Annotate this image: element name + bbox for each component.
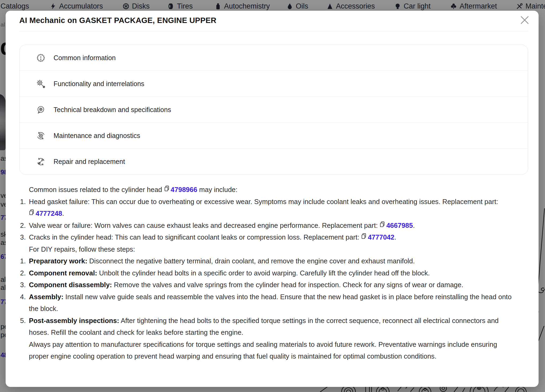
part-reference: 4798966 <box>164 186 197 193</box>
item-number: 3. <box>20 231 29 243</box>
item-number <box>20 184 29 196</box>
topic-label: Technical breakdown and specifications <box>54 106 171 114</box>
copy-icon <box>29 210 36 217</box>
gear-wrench-icon <box>36 79 45 88</box>
item-number: 2. <box>20 267 29 279</box>
paragraph: Always pay attention to manufacturer spe… <box>20 339 518 362</box>
numbered-item: 1.Preparatory work: Disconnect the negat… <box>20 255 518 267</box>
topic-label: Maintenance and diagnostics <box>54 132 140 140</box>
wrench-refresh-icon <box>36 157 45 166</box>
topic-label: Repair and replacement <box>54 158 125 166</box>
numbered-item: 5.Post-assembly inspections: After tight… <box>20 315 518 339</box>
paragraph: For DIY repairs, follow these steps: <box>20 243 518 255</box>
numbered-item: 1.Head gasket failure: This can occur du… <box>20 196 518 220</box>
ai-mechanic-modal: AI Mechanic on GASKET PACKAGE, ENGINE UP… <box>6 11 539 387</box>
item-number <box>20 339 29 362</box>
item-text: Valve wear or failure: Worn valves can c… <box>29 220 518 232</box>
answer-text: Common issues related to the cylinder he… <box>20 184 518 362</box>
copy-icon <box>380 222 386 229</box>
item-number: 3. <box>20 279 29 291</box>
item-number: 5. <box>20 315 29 339</box>
item-text: Cracks in the cylinder head: This can le… <box>29 231 518 243</box>
copy-icon <box>164 186 171 193</box>
numbered-item: 2.Component removal: Unbolt the cylinder… <box>20 267 518 279</box>
item-text: For DIY repairs, follow these steps: <box>29 243 518 255</box>
item-text: Head gasket failure: This can occur due … <box>29 196 518 220</box>
part-reference: 4777248 <box>29 210 62 217</box>
item-number: 1. <box>20 196 29 220</box>
chat-gear-icon <box>36 105 45 114</box>
topic-row-technical-breakdown-and-specifications[interactable]: Technical breakdown and specifications <box>20 97 528 122</box>
topic-label: Common information <box>54 54 116 62</box>
topic-label: Functionality and interrelations <box>54 80 144 88</box>
item-text: Assembly: Install new valve guide seals … <box>29 291 518 315</box>
numbered-item: 2.Valve wear or failure: Worn valves can… <box>20 220 518 232</box>
topic-row-repair-and-replacement[interactable]: Repair and replacement <box>20 148 528 174</box>
part-number-link[interactable]: 4798966 <box>171 186 197 193</box>
item-number <box>20 243 29 255</box>
paragraph: Common issues related to the cylinder he… <box>20 184 518 196</box>
topic-row-common-information[interactable]: Common information <box>20 45 528 71</box>
numbered-item: 4.Assembly: Install new valve guide seal… <box>20 291 518 315</box>
title-divider <box>19 31 528 31</box>
item-text: Post-assembly inspections: After tighten… <box>29 315 518 339</box>
item-number: 2. <box>20 220 29 232</box>
item-text: Component removal: Unbolt the cylinder h… <box>29 267 518 279</box>
part-number-link[interactable]: 4667985 <box>386 222 413 229</box>
item-text: Always pay attention to manufacturer spe… <box>29 339 518 362</box>
item-text: Preparatory work: Disconnect the negativ… <box>29 255 518 267</box>
close-button[interactable] <box>519 14 531 25</box>
seal-exclamation-icon <box>36 53 45 62</box>
copy-icon <box>361 233 368 241</box>
part-number-link[interactable]: 4777248 <box>36 210 62 217</box>
numbered-item: 3.Cracks in the cylinder head: This can … <box>20 231 518 243</box>
item-text: Component disassembly: Remove the valves… <box>29 279 518 291</box>
item-text: Common issues related to the cylinder he… <box>29 184 518 196</box>
close-icon <box>520 15 530 25</box>
part-reference: 4777042 <box>361 233 394 241</box>
part-number-link[interactable]: 4777042 <box>368 233 394 241</box>
item-number: 4. <box>20 291 29 315</box>
topic-row-maintenance-and-diagnostics[interactable]: Maintenance and diagnostics <box>20 122 528 148</box>
item-number: 1. <box>20 255 29 267</box>
screen: { "colors": { "link": "#3b22d6", "overla… <box>0 0 545 392</box>
numbered-item: 3.Component disassembly: Remove the valv… <box>20 279 518 291</box>
topic-row-functionality-and-interrelations[interactable]: Functionality and interrelations <box>20 71 528 97</box>
gear-refresh-icon <box>36 131 45 140</box>
modal-title: AI Mechanic on GASKET PACKAGE, ENGINE UP… <box>19 16 216 25</box>
part-reference: 4667985 <box>380 222 413 229</box>
topic-list: Common informationFunctionality and inte… <box>19 45 528 175</box>
